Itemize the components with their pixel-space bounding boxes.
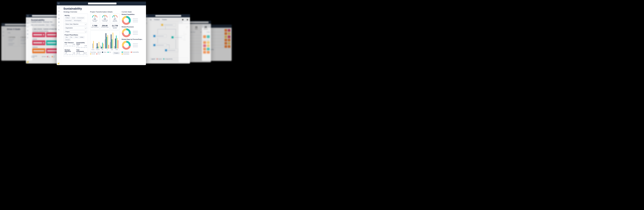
select-organization[interactable]: Organization bbox=[64, 27, 87, 29]
tool-icon[interactable] bbox=[184, 19, 186, 21]
capability-tile[interactable] bbox=[32, 40, 45, 45]
bar bbox=[114, 46, 115, 49]
page-title: Sustainability bbox=[64, 7, 144, 10]
sidebar bbox=[57, 6, 61, 65]
globe-icon[interactable] bbox=[58, 18, 60, 20]
nav-icon[interactable] bbox=[2, 35, 4, 37]
bar bbox=[96, 47, 96, 49]
flow-node[interactable] bbox=[152, 34, 167, 38]
slider-risk[interactable]: Risk Tolerance 1.005.00 bbox=[64, 42, 75, 48]
svg-rect-17 bbox=[59, 22, 60, 23]
pestel-chip[interactable]: Economical bbox=[64, 20, 72, 22]
page-subtitle: Capability Analysis - Landscape View bbox=[31, 21, 60, 23]
legend-item: Sustainability bbox=[131, 52, 139, 53]
chart-icon[interactable] bbox=[58, 29, 60, 30]
capability-tile[interactable] bbox=[32, 48, 45, 53]
home-icon[interactable] bbox=[58, 7, 60, 9]
legend-item: Execute bbox=[90, 53, 95, 55]
sidebar bbox=[26, 17, 29, 64]
capability-tile[interactable] bbox=[32, 32, 45, 37]
row-label: Distribution bbox=[32, 47, 59, 48]
select-project[interactable]: Project bbox=[64, 30, 87, 33]
trophy-icon[interactable] bbox=[58, 25, 60, 27]
tool-icon[interactable] bbox=[182, 19, 184, 21]
flow-node[interactable] bbox=[160, 23, 176, 27]
slider-alignment[interactable]: Strategic Alignment 1.005.00 bbox=[64, 49, 75, 56]
add-icon[interactable] bbox=[27, 22, 28, 24]
folder-icon[interactable] bbox=[27, 26, 28, 28]
nav-icon[interactable] bbox=[2, 28, 4, 29]
bar bbox=[112, 39, 112, 49]
titlebar bbox=[57, 2, 146, 6]
legend-label: Sustainability current: bbox=[31, 56, 41, 58]
bar bbox=[98, 47, 98, 49]
pestel-chip[interactable]: Technological bbox=[73, 20, 82, 22]
legend-label: Legend: bbox=[151, 58, 155, 60]
bar bbox=[98, 42, 99, 49]
svg-rect-16 bbox=[58, 22, 59, 23]
flow-connectors bbox=[150, 21, 188, 58]
section-title-strategy: Strategy Overview bbox=[64, 11, 88, 13]
bar bbox=[106, 37, 107, 49]
trophy-icon[interactable] bbox=[27, 37, 28, 39]
row-label: Commercial & Business Banking bbox=[32, 31, 59, 32]
bar bbox=[106, 33, 106, 49]
search-input[interactable] bbox=[32, 15, 58, 17]
row-sublabel: Current Target bbox=[202, 39, 210, 41]
stat-budget: 259.6KAverage Budget bbox=[100, 24, 110, 30]
tab[interactable]: Timeline bbox=[162, 19, 167, 21]
bar bbox=[103, 44, 104, 49]
section-title-transform: Project Transformation Details bbox=[90, 11, 120, 13]
tool-icon[interactable] bbox=[187, 19, 188, 21]
search-input[interactable] bbox=[155, 15, 181, 17]
sidebar bbox=[1, 26, 5, 61]
legend-label: Phase/Status: bbox=[90, 52, 96, 53]
gauge-risk: 3.2Risk Rating Average bbox=[90, 14, 100, 23]
nav-icon[interactable] bbox=[2, 31, 4, 33]
legend-item: Governance bbox=[122, 53, 129, 55]
home-icon[interactable] bbox=[27, 19, 28, 21]
tab[interactable]: ary bbox=[150, 19, 152, 21]
bar bbox=[108, 45, 109, 49]
org-icon[interactable] bbox=[58, 21, 60, 23]
bar bbox=[93, 41, 94, 49]
phase-chip[interactable]: Initiate bbox=[79, 36, 84, 38]
donut-processes: Related Processes bbox=[122, 26, 144, 38]
slider-sustainability[interactable]: Sustainability Score 1.005.00 bbox=[76, 42, 87, 48]
section-title-current: Current State bbox=[122, 11, 144, 13]
legend-item: Idea bbox=[98, 52, 101, 53]
search-input[interactable] bbox=[88, 3, 116, 5]
pestel-chip[interactable]: Environment bbox=[76, 17, 85, 19]
pestel-chip[interactable]: Social bbox=[71, 17, 76, 19]
grid-icon[interactable] bbox=[27, 33, 28, 35]
stat-benefits: 21.77MEstimated Benefits bbox=[110, 24, 120, 30]
svg-rect-10 bbox=[182, 19, 183, 20]
app-menu-icon[interactable] bbox=[58, 3, 60, 5]
phase-chip[interactable]: Execute bbox=[64, 39, 71, 41]
pestel-chip[interactable]: Political bbox=[64, 17, 70, 19]
legend-item: Close bbox=[96, 53, 100, 55]
globe-icon[interactable] bbox=[27, 30, 28, 31]
tab[interactable]: Feedback bbox=[154, 19, 160, 21]
bg-window-flow: ary Feedback Timeline Legend: Impacts Is… bbox=[145, 14, 190, 64]
folder-icon[interactable] bbox=[58, 14, 60, 16]
filter-pill[interactable]: Poor bbox=[46, 24, 50, 26]
phase-chip[interactable]: Idea bbox=[64, 36, 69, 38]
flow-node[interactable] bbox=[164, 49, 178, 52]
svg-rect-15 bbox=[59, 22, 60, 22]
flow-node[interactable] bbox=[152, 43, 167, 47]
projects-button[interactable]: Projects bbox=[113, 52, 120, 54]
bar bbox=[110, 42, 110, 49]
slider-investments[interactable]: Total Investments 181.32328.07 bbox=[76, 49, 87, 56]
svg-rect-1 bbox=[2, 32, 4, 33]
goal-card[interactable]: 1. No Poverty bbox=[7, 35, 18, 47]
add-icon[interactable] bbox=[58, 10, 60, 12]
flow-node[interactable] bbox=[170, 36, 185, 39]
app-menu-icon bbox=[27, 15, 29, 17]
phase-chip[interactable]: Plan bbox=[69, 36, 74, 38]
bar bbox=[101, 47, 102, 49]
phase-label: Project Phase/Status bbox=[64, 34, 87, 36]
select-driver[interactable]: Driver, Goal, Objective bbox=[64, 23, 87, 26]
filter-pill[interactable]: Below bbox=[50, 24, 56, 26]
phase-chip[interactable]: Close bbox=[74, 36, 79, 38]
